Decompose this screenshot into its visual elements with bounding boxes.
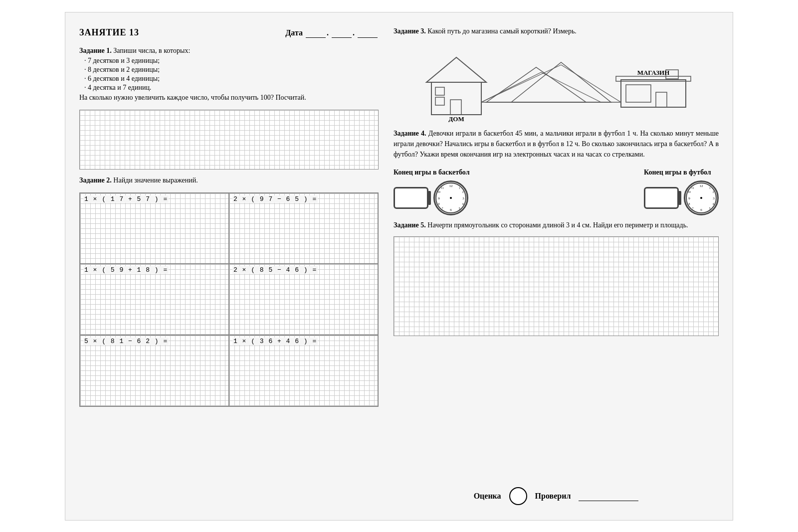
svg-text:4: 4 [713,202,714,205]
task2-cell-3[interactable]: 1 × ( 5 9 + 1 8 ) = [80,264,229,335]
left-column: ЗАНЯТИЕ 13 Дата . . Задание 1. Запиши чи… [79,27,379,505]
svg-text:10: 10 [688,190,691,193]
svg-text:9: 9 [688,196,690,200]
date-blank2[interactable] [332,28,352,38]
football-analog-clock: 12 3 6 9 1 2 4 5 7 8 10 11 [684,180,719,215]
header-row: ЗАНЯТИЕ 13 Дата . . [79,27,379,38]
task2-grid: 1 × ( 1 7 + 5 7 ) = 2 × ( 9 7 − 6 5 ) = … [79,192,379,407]
svg-rect-14 [616,76,691,81]
grade-label: Оценка [474,492,501,501]
svg-rect-17 [656,92,667,107]
svg-text:6: 6 [700,208,702,212]
svg-text:1: 1 [459,186,460,189]
date-blank3[interactable] [358,28,378,38]
svg-text:8: 8 [689,202,690,205]
basketball-clock-row: 12 3 6 9 1 2 4 5 7 8 10 11 [394,180,468,215]
list-item: 7 десятков и 3 единицы; [84,57,379,65]
task2-cell-5[interactable]: 5 × ( 8 1 − 6 2 ) = [80,335,229,406]
svg-rect-4 [435,97,444,105]
house-diagram: ДОМ [394,42,719,122]
svg-text:7: 7 [442,207,443,210]
svg-text:11: 11 [691,186,694,189]
svg-text:11: 11 [441,186,444,189]
task5-grid[interactable] [394,236,719,336]
basketball-clock-group: Конец игры в баскетбол 12 3 6 9 1 2 [394,169,470,215]
svg-rect-16 [626,85,651,102]
svg-point-32 [450,197,452,199]
svg-marker-6 [486,67,586,102]
svg-text:4: 4 [462,202,464,205]
expr-3: 1 × ( 5 9 + 1 8 ) = [83,266,169,274]
date-field: Дата . . [285,28,379,38]
svg-text:5: 5 [709,207,711,210]
expr-2: 2 × ( 9 7 − 6 5 ) = [232,195,318,203]
task2-cell-2[interactable]: 2 × ( 9 7 − 6 5 ) = [229,193,378,264]
expr-5: 5 × ( 8 1 − 6 2 ) = [83,338,169,345]
task3-block: Задание 3. Какой путь до магазина самый … [394,27,719,35]
svg-text:3: 3 [462,196,464,200]
svg-rect-3 [435,87,444,95]
task1-grid[interactable] [79,110,379,170]
svg-rect-13 [621,80,686,107]
checked-label: Проверил [535,492,571,501]
task4-block: Задание 4. Девочки играли в баскетбол 45… [394,128,719,160]
page: ЗАНЯТИЕ 13 Дата . . Задание 1. Запиши чи… [65,12,733,521]
task5-header: Задание 5. Начерти прямоугольник со стор… [394,221,719,229]
svg-text:8: 8 [438,202,440,205]
task5-block: Задание 5. Начерти прямоугольник со стор… [394,221,719,229]
basketball-digital-clock [394,187,428,209]
svg-text:2: 2 [462,190,464,193]
task2-cell-1[interactable]: 1 × ( 1 7 + 5 7 ) = [80,193,229,264]
svg-point-46 [700,197,702,199]
svg-text:6: 6 [450,208,452,212]
task2-header: Задание 2. Найди значение выражений. [79,177,379,184]
task4-header: Задание 4. Девочки играли в баскетбол 45… [394,128,719,160]
svg-text:3: 3 [713,196,715,200]
svg-line-11 [481,65,561,102]
date-blank1[interactable] [306,28,326,38]
basketball-analog-clock: 12 3 6 9 1 2 4 5 7 8 10 11 [433,180,468,215]
task2-cell-6[interactable]: 1 × ( 3 6 + 4 6 ) = [229,335,378,406]
checked-line[interactable] [579,491,638,501]
task1-bullet-list: 7 десятков и 3 единицы; 8 десятков и 2 е… [79,57,379,92]
task1-extra: На сколько нужно увеличить каждое число,… [79,94,379,102]
right-column: Задание 3. Какой путь до магазина самый … [394,27,719,505]
expr-6: 1 × ( 3 6 + 4 6 ) = [232,338,318,345]
grade-circle[interactable] [509,487,527,505]
svg-text:10: 10 [437,190,440,193]
svg-text:12: 12 [449,184,453,188]
task1-header: Задание 1. Запиши числа, в которых: [79,47,379,55]
task1-block: Задание 1. Запиши числа, в которых: 7 де… [79,47,379,102]
bottom-row: Оценка Проверил [394,484,719,505]
svg-text:12: 12 [700,184,704,188]
football-clock-row: 12 3 6 9 1 2 4 5 7 8 10 11 [644,180,719,215]
clock-section: Конец игры в баскетбол 12 3 6 9 1 2 [394,169,719,215]
list-item: 8 десятков и 2 единицы; [84,66,379,74]
svg-text:5: 5 [459,207,460,210]
svg-text:1: 1 [709,186,711,189]
svg-text:9: 9 [438,196,440,200]
basketball-label: Конец игры в баскетбол [394,169,470,177]
football-clock-group: Конец игры в футбол 12 3 6 9 1 2 [644,169,719,215]
expr-4: 2 × ( 8 5 − 4 6 ) = [232,266,318,274]
list-item: 4 десятка и 7 единиц. [84,84,379,92]
task3-header: Задание 3. Какой путь до магазина самый … [394,27,719,35]
lesson-title: ЗАНЯТИЕ 13 [79,27,139,38]
list-item: 6 десятков и 4 единицы; [84,75,379,83]
svg-text:ДОМ: ДОМ [448,115,464,122]
svg-rect-2 [450,100,461,115]
svg-text:МАГАЗИН: МАГАЗИН [637,69,670,76]
svg-line-12 [561,65,621,102]
football-digital-clock [644,187,679,209]
football-label: Конец игры в футбол [644,169,711,177]
svg-text:7: 7 [692,207,694,210]
expr-1: 1 × ( 1 7 + 5 7 ) = [83,195,169,203]
svg-text:2: 2 [713,190,714,193]
task2-cell-4[interactable]: 2 × ( 8 5 − 4 6 ) = [229,264,378,335]
svg-marker-1 [426,57,486,82]
task2-block: Задание 2. Найди значение выражений. [79,177,379,184]
